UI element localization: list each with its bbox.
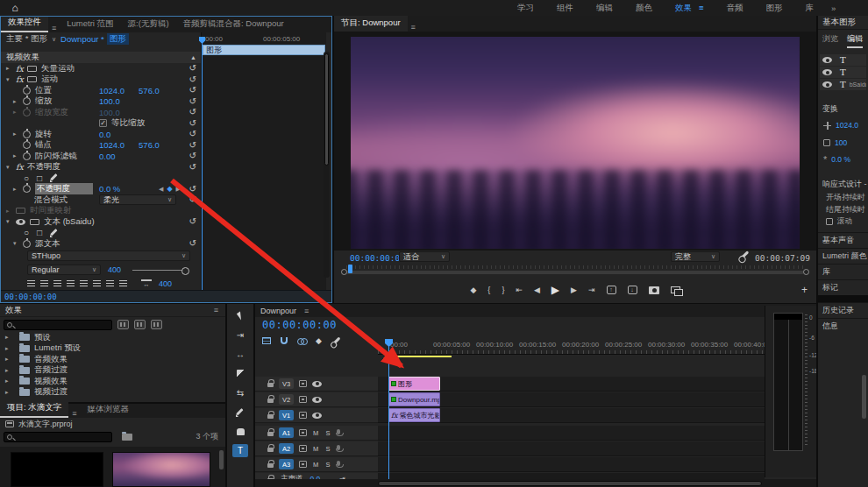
- panel-menu-icon[interactable]: ≡: [48, 24, 60, 32]
- project-item-thumbnail-black[interactable]: [11, 452, 103, 487]
- justify-all-icon[interactable]: [106, 280, 114, 287]
- effect-keyframe-timeline[interactable]: 00:00 00:00:05:00 图形: [201, 32, 326, 292]
- eye-icon[interactable]: [822, 57, 832, 63]
- workspace-tab-libraries[interactable]: 库: [806, 3, 815, 14]
- graphics-layer-row[interactable]: T bSaidu: [820, 79, 866, 90]
- align-center-icon[interactable]: [40, 280, 48, 287]
- blend-mode-dropdown[interactable]: 柔光 ∨: [99, 194, 176, 205]
- tab-source[interactable]: 源:(无剪辑): [121, 17, 176, 32]
- tab-media-browser[interactable]: 媒体浏览器: [81, 401, 137, 418]
- mute-button[interactable]: M: [312, 429, 319, 437]
- master-clip-label[interactable]: 主要 * 图形: [6, 33, 47, 45]
- timeline-clip-graphic[interactable]: 图形: [388, 377, 440, 391]
- eye-icon[interactable]: [822, 69, 832, 75]
- font-size-value[interactable]: 400: [108, 265, 121, 274]
- param-row-position[interactable]: 位置 1024.0576.0 ↺: [1, 85, 201, 96]
- param-value[interactable]: 0.0: [99, 130, 110, 139]
- lock-icon[interactable]: [267, 383, 274, 387]
- solo-button[interactable]: S: [324, 461, 331, 469]
- button-editor-plus-icon[interactable]: +: [801, 284, 808, 296]
- add-marker-icon[interactable]: ◆: [470, 286, 476, 294]
- reset-icon[interactable]: ↺: [189, 195, 196, 204]
- new-bin-icon[interactable]: [122, 434, 132, 441]
- twirl-icon[interactable]: ▸: [13, 131, 23, 138]
- sync-lock-icon[interactable]: [299, 461, 307, 468]
- yuv-filter-icon[interactable]: [151, 320, 162, 329]
- fx-badge-icon[interactable]: fx: [16, 162, 24, 172]
- timeline-ruler[interactable]: 00:00 00:00:05:00 00:00:10:00 00:00:15:0…: [378, 339, 765, 355]
- workspace-tab-assembly[interactable]: 组件: [557, 3, 573, 14]
- effect-controls-scrollbar[interactable]: [324, 52, 330, 278]
- track-badge-a2[interactable]: A2: [279, 443, 294, 454]
- bit-depth-filter-icon[interactable]: [134, 320, 146, 329]
- tab-sequence[interactable]: Downpour: [260, 307, 296, 315]
- folder-row-video-effects[interactable]: ▸ 视频效果: [0, 376, 225, 387]
- twirl-icon[interactable]: ▸: [5, 356, 15, 363]
- font-family-dropdown[interactable]: STHupo ∨: [27, 251, 190, 261]
- folder-row-audio-effects[interactable]: ▸ 音频效果: [0, 354, 225, 365]
- effect-row-opacity[interactable]: ▾ fx 不透明度 ↺: [1, 162, 201, 173]
- collapse-section-icon[interactable]: ▲: [190, 53, 196, 62]
- voiceover-record-icon[interactable]: [337, 461, 340, 466]
- fx-badge-icon[interactable]: fx: [16, 74, 24, 84]
- track-lane-a1[interactable]: [378, 426, 765, 441]
- param-value[interactable]: 1024.0: [99, 86, 125, 95]
- track-badge-a3[interactable]: A3: [279, 459, 294, 469]
- workspace-tab-effects[interactable]: 效果: [675, 3, 692, 14]
- twirl-icon[interactable]: ▸: [5, 389, 15, 396]
- effect-playhead[interactable]: [202, 37, 203, 292]
- project-items-area[interactable]: [0, 447, 225, 487]
- program-video-area[interactable]: [334, 32, 816, 251]
- track-badge-v1[interactable]: V1: [279, 410, 294, 420]
- fx-badge-icon[interactable]: fx: [16, 64, 24, 74]
- timeline-settings-wrench-icon[interactable]: [331, 336, 340, 345]
- twirl-icon[interactable]: ▸: [13, 186, 23, 193]
- uniform-scale-checkbox[interactable]: ✓: [99, 119, 107, 127]
- param-row-rotation[interactable]: ▸ 旋转 0.0 ↺: [1, 129, 201, 140]
- workspace-tab-learn[interactable]: 学习: [517, 3, 534, 14]
- accelerated-effects-filter-icon[interactable]: [117, 320, 129, 329]
- track-badge-v3[interactable]: V3: [279, 378, 294, 389]
- reset-icon[interactable]: ↺: [189, 97, 196, 106]
- align-left-icon[interactable]: [27, 280, 35, 287]
- linked-selection-icon[interactable]: [297, 338, 306, 344]
- panel-menu-icon[interactable]: ≡: [68, 409, 80, 418]
- param-value[interactable]: 1024.0: [99, 140, 125, 150]
- mini-timeline-clip[interactable]: 图形: [203, 45, 325, 55]
- playback-resolution-dropdown[interactable]: 完整 ∨: [671, 251, 720, 262]
- workspace-tab-audio[interactable]: 音频: [727, 3, 743, 14]
- ellipse-mask-icon[interactable]: ○: [24, 228, 29, 237]
- reset-icon[interactable]: ↺: [189, 163, 196, 172]
- selection-tool[interactable]: [232, 309, 248, 322]
- type-tool[interactable]: T: [232, 444, 248, 457]
- justify-last-center-icon[interactable]: [80, 280, 88, 287]
- twirl-icon[interactable]: ▸: [6, 65, 16, 72]
- scrollbar-thumb[interactable]: [378, 481, 762, 486]
- panel-tab-lumetri-color[interactable]: Lumetri 颜色: [818, 248, 868, 264]
- roll-checkbox[interactable]: [826, 218, 833, 225]
- param-value[interactable]: 100.0: [99, 96, 120, 106]
- go-to-in-icon[interactable]: ⇤: [516, 286, 523, 294]
- twirl-icon[interactable]: ▾: [6, 76, 16, 83]
- opacity-value[interactable]: 0.0 %: [831, 155, 850, 164]
- timeline-timecode[interactable]: 00:00:00:00: [262, 319, 337, 331]
- param-row-uniform-scale[interactable]: ✓ 等比缩放 ↺: [1, 118, 201, 130]
- eye-icon[interactable]: [312, 381, 322, 387]
- sync-lock-icon[interactable]: [299, 429, 307, 436]
- reset-icon[interactable]: ↺: [189, 152, 196, 160]
- workspace-tab-editing[interactable]: 编辑: [596, 3, 613, 14]
- tab-browse[interactable]: 浏览: [822, 33, 838, 48]
- stopwatch-icon[interactable]: [23, 141, 31, 149]
- pen-mask-icon[interactable]: [50, 229, 59, 237]
- justify-full-icon[interactable]: [119, 280, 127, 287]
- hand-tool[interactable]: [232, 425, 248, 438]
- sync-lock-icon[interactable]: [299, 412, 307, 419]
- lock-icon[interactable]: [267, 432, 274, 436]
- pen-mask-icon[interactable]: [50, 173, 59, 182]
- effect-row-text[interactable]: ▾ 文本 (bSaidu) ↺: [1, 216, 201, 228]
- eye-icon[interactable]: [312, 413, 322, 419]
- twirl-icon[interactable]: ▸: [5, 334, 15, 341]
- rect-mask-icon[interactable]: □: [37, 228, 42, 237]
- tab-program[interactable]: 节目: Downpour: [334, 16, 408, 32]
- project-search-input[interactable]: [4, 432, 112, 442]
